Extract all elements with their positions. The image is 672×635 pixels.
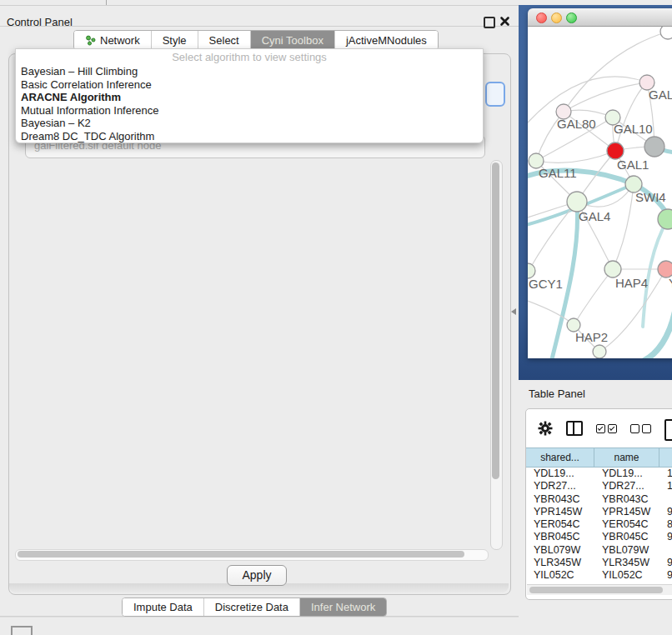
dropdown-item[interactable]: Bayesian – K2 xyxy=(16,117,483,130)
dropdown-item[interactable]: Dream8 DC_TDC Algorithm xyxy=(16,130,483,143)
network-node[interactable] xyxy=(644,137,664,157)
panel-title: Control Panel xyxy=(7,16,73,28)
app-root: Control Panel Network Style Select Cyni … xyxy=(0,0,672,635)
network-window-titlebar[interactable] xyxy=(528,8,672,27)
network-canvas[interactable]: GALGAL80GAL10GAL1GAL11SWI4GAL4GCY1HAP4YH… xyxy=(528,27,672,358)
table-cell: YPR145W xyxy=(526,506,594,518)
close-icon[interactable] xyxy=(499,16,510,27)
network-edge[interactable] xyxy=(536,151,615,162)
deselect-all-checks-icon[interactable] xyxy=(630,424,651,433)
table-cell xyxy=(659,493,672,506)
node-label: GAL4 xyxy=(579,209,610,223)
control-panel-titlebar: Control Panel xyxy=(0,6,519,27)
network-edge[interactable] xyxy=(574,269,613,325)
table-toolbar xyxy=(526,409,672,448)
control-panel-tabbar: Network Style Select Cyni Toolbox jActiv… xyxy=(73,30,439,50)
minimize-traffic-light[interactable] xyxy=(551,12,562,23)
table-row[interactable]: YBR045CYBR045C9. xyxy=(526,531,672,543)
tab-label: Style xyxy=(163,34,187,47)
dropdown-placeholder: Select algorithm to view settings xyxy=(16,49,483,65)
table-header-row: shared...name xyxy=(526,448,672,468)
column-header[interactable] xyxy=(659,448,672,468)
table-cell: 9. xyxy=(659,531,672,543)
tab-style[interactable]: Style xyxy=(152,31,198,49)
node-label: SWI4 xyxy=(635,190,666,204)
table-cell: YBL079W xyxy=(594,544,659,557)
table-cell: YDR27... xyxy=(594,480,659,492)
table-cell: 12 xyxy=(659,480,672,492)
tab-select[interactable]: Select xyxy=(198,31,251,49)
network-icon xyxy=(85,35,96,46)
gear-icon[interactable] xyxy=(538,421,553,436)
table-cell: YBR045C xyxy=(526,531,594,543)
table-cell: YBR045C xyxy=(594,531,659,543)
table-row[interactable]: YIL052CYIL052C9 xyxy=(526,569,672,582)
table-cell: YDR27... xyxy=(526,480,594,492)
table-row[interactable]: YLR345WYLR345W9. xyxy=(526,557,672,569)
tab-network[interactable]: Network xyxy=(74,31,152,49)
bottom-tabbar: Impute Data Discretize Data Infer Networ… xyxy=(122,598,387,617)
node-label: GAL80 xyxy=(557,117,596,131)
algorithm-dropdown-list: Bayesian – Hill ClimbingBasic Correlatio… xyxy=(16,65,483,142)
dropdown-item[interactable]: Basic Correlation Inference xyxy=(16,78,483,92)
tab-cyni-toolbox[interactable]: Cyni Toolbox xyxy=(251,31,335,49)
network-window[interactable]: GALGAL80GAL10GAL1GAL11SWI4GAL4GCY1HAP4YH… xyxy=(528,8,672,358)
node-label: GAL11 xyxy=(539,166,577,180)
tab-label: Cyni Toolbox xyxy=(262,34,323,47)
table-cell: YBR043C xyxy=(526,493,594,506)
table-row[interactable]: YDL19...YDL19...13 xyxy=(526,468,672,480)
dropdown-item[interactable]: Bayesian – Hill Climbing xyxy=(16,65,483,78)
close-traffic-light[interactable] xyxy=(536,12,547,23)
dropdown-item[interactable]: Mutual Information Inference xyxy=(16,104,483,118)
table-cell: YDL19... xyxy=(526,468,594,480)
node-label: Y xyxy=(669,276,672,290)
table-row[interactable]: YER054CYER054C8. xyxy=(526,518,672,531)
apply-button[interactable]: Apply xyxy=(227,565,287,586)
tab-discretize-data[interactable]: Discretize Data xyxy=(204,598,300,616)
columns-icon[interactable] xyxy=(566,421,583,436)
float-window-icon[interactable] xyxy=(484,17,495,28)
table-horizontal-scrollbar[interactable] xyxy=(527,584,672,595)
table-cell: YPR145W xyxy=(594,506,659,518)
tab-infer-network[interactable]: Infer Network xyxy=(300,598,386,616)
zoom-traffic-light[interactable] xyxy=(566,12,577,23)
table-cell xyxy=(659,544,672,557)
table-row[interactable]: YDR27...YDR27...12 xyxy=(526,480,672,492)
network-edge[interactable] xyxy=(564,82,647,112)
table-cell: 9. xyxy=(659,557,672,569)
column-header[interactable]: name xyxy=(594,448,659,468)
select-all-checks-icon[interactable] xyxy=(596,424,617,433)
table-cell: YIL052C xyxy=(594,569,659,582)
network-node[interactable] xyxy=(604,261,621,278)
network-canvas-svg: GALGAL80GAL10GAL1GAL11SWI4GAL4GCY1HAP4YH… xyxy=(528,27,672,358)
settings-horizontal-scrollbar[interactable] xyxy=(15,549,489,561)
table-row[interactable]: YBL079WYBL079W xyxy=(526,544,672,557)
document-icon[interactable] xyxy=(664,419,672,441)
dropdown-item[interactable]: ARACNE Algorithm xyxy=(16,91,483,104)
network-node[interactable] xyxy=(658,261,672,278)
tab-jactivemnodules[interactable]: jActiveMNodules xyxy=(335,31,438,49)
algorithm-dropdown: Select algorithm to view settings Bayesi… xyxy=(15,48,484,143)
column-header[interactable]: shared... xyxy=(526,448,594,468)
network-node[interactable] xyxy=(660,27,672,39)
tab-label: jActiveMNodules xyxy=(346,34,427,47)
settings-vertical-scrollbar[interactable] xyxy=(490,160,503,550)
network-node[interactable] xyxy=(593,345,606,358)
tab-label: Select xyxy=(209,34,239,47)
table-cell: YIL052C xyxy=(526,569,594,582)
tab-impute-data[interactable]: Impute Data xyxy=(123,598,204,616)
inference-algorithm-combo-fragment[interactable] xyxy=(485,82,505,107)
table-cell: YER054C xyxy=(594,518,659,531)
table-row[interactable]: YPR145WYPR145W9. xyxy=(526,506,672,518)
minimized-panel-icon[interactable] xyxy=(11,626,33,635)
tab-label: Discretize Data xyxy=(215,601,288,613)
table-cell: 9 xyxy=(659,569,672,582)
table-row[interactable]: YBR043CYBR043C xyxy=(526,493,672,506)
node-label: HAP4 xyxy=(615,276,648,290)
table-panel: shared...name YDL19...YDL19...13YDR27...… xyxy=(525,408,672,600)
network-node[interactable] xyxy=(658,209,672,229)
panel-splitter-arrow[interactable] xyxy=(511,308,516,315)
node-label: GAL xyxy=(649,88,672,102)
node-label: GAL10 xyxy=(614,122,653,136)
network-node[interactable] xyxy=(607,142,624,159)
